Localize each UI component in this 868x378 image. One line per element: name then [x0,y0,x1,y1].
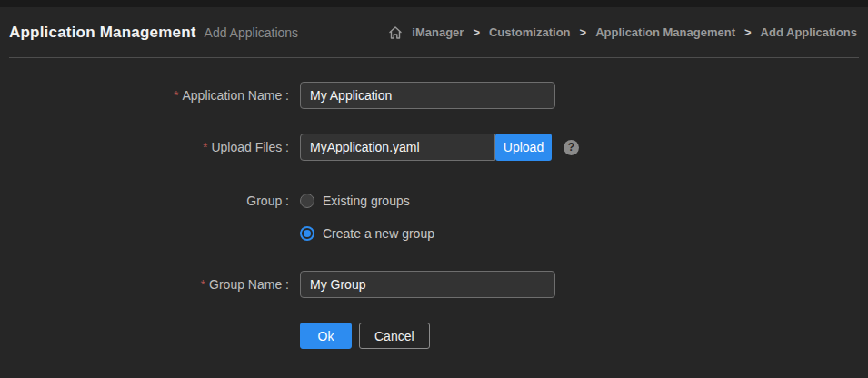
top-strip [0,0,868,7]
home-icon[interactable] [388,25,403,40]
radio-unselected-icon[interactable] [300,194,314,208]
group-label-text: Group : [246,194,289,208]
upload-button[interactable]: Upload [495,134,552,161]
add-application-form: *Application Name : *Upload Files : Uplo… [0,82,868,349]
group-label: Group : [0,194,289,209]
breadcrumb-item-application-management[interactable]: Application Management [595,25,735,39]
question-mark-icon[interactable]: ? [564,140,579,155]
radio-label-existing-groups: Existing groups [323,194,410,208]
page-title: Application Management [9,24,196,42]
group-row: Group : Existing groups Create a new gro… [0,194,868,241]
page-subtitle: Add Applications [205,25,299,40]
radio-selected-icon[interactable] [300,226,314,241]
upload-files-label-text: Upload Files : [211,140,289,154]
radio-option-existing-groups[interactable]: Existing groups [300,194,434,208]
ok-button[interactable]: Ok [300,323,352,349]
page-header: Application Management Add Applications … [0,7,868,57]
header-divider [9,57,859,58]
required-marker: * [201,277,205,292]
upload-files-row: *Upload Files : Upload ? [0,134,868,161]
breadcrumb-separator: > [473,25,480,39]
group-name-row: *Group Name : [0,271,868,298]
breadcrumb-item-add-applications[interactable]: Add Applications [761,25,857,39]
upload-files-input[interactable] [300,134,495,161]
group-name-input[interactable] [300,271,555,298]
radio-label-create-new-group: Create a new group [323,226,434,241]
application-name-label-text: Application Name : [182,88,289,103]
group-name-label-text: Group Name : [209,277,289,292]
application-name-label: *Application Name : [0,88,289,104]
required-marker: * [174,88,178,103]
application-name-input[interactable] [300,82,555,109]
breadcrumb-separator: > [580,25,587,39]
upload-files-label: *Upload Files : [0,140,289,155]
form-actions: Ok Cancel [300,323,868,349]
group-name-label: *Group Name : [0,277,289,293]
breadcrumb-item-imanager[interactable]: iManager [412,25,464,39]
required-marker: * [203,140,207,154]
radio-option-create-new-group[interactable]: Create a new group [300,226,434,241]
cancel-button[interactable]: Cancel [359,323,430,349]
breadcrumb-item-customization[interactable]: Customization [489,25,571,39]
breadcrumb: iManager > Customization > Application M… [388,25,857,40]
breadcrumb-separator: > [744,25,752,39]
application-name-row: *Application Name : [0,82,868,109]
group-radio-group: Existing groups Create a new group [300,194,434,241]
title-wrap: Application Management Add Applications [9,24,298,42]
